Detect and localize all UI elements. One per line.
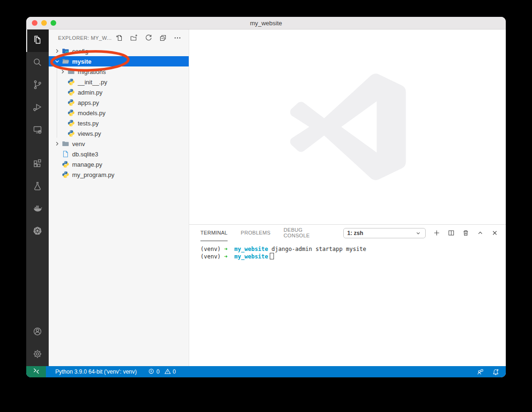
docker-icon [32,203,43,216]
tree-item-label: views.py [78,130,101,137]
close-panel-icon[interactable] [491,229,498,236]
terminal-cursor [270,253,274,259]
split-terminal-icon[interactable] [448,229,455,236]
notifications-bell-icon[interactable] [492,368,499,375]
tree-item-my-program-py[interactable]: my_program.py [49,169,189,180]
refresh-icon[interactable] [145,34,152,42]
tab-problems[interactable]: PROBLEMS [241,225,271,241]
tree-item-label: my_program.py [72,171,114,178]
tree-item-views-py[interactable]: views.py [49,128,189,139]
indent-guide [57,67,57,138]
vscode-logo-watermark [289,68,406,185]
activity-bar [26,29,49,366]
tree-item-label: config [72,48,89,55]
status-bar: Python 3.9.0 64-bit ('venv': venv) 0 0 [26,366,506,377]
close-window-button[interactable] [32,20,37,26]
search-icon [32,57,43,70]
explorer-actions [116,34,181,42]
files-icon [32,34,43,47]
remote-indicator[interactable] [26,366,46,377]
twisty-spacer [53,150,61,158]
tree-item-migrations[interactable]: migrations [49,66,189,77]
problems-status[interactable]: 0 0 [148,368,176,376]
window-titlebar[interactable]: my_website [26,17,506,29]
folder-config-icon [62,47,69,55]
tree-item-apps-py[interactable]: apps.py [49,97,189,108]
tab-terminal[interactable]: TERMINAL [200,225,228,241]
activitybar-remote-explorer[interactable] [26,119,49,142]
tree-item-mysite[interactable]: mysite [49,56,189,66]
twisty-spacer [59,78,66,86]
tree-item-models-py[interactable]: models.py [49,108,189,118]
tree-item-config[interactable]: config [49,46,189,56]
twisty-spacer [53,161,61,168]
tree-item-admin-py[interactable]: admin.py [49,87,189,97]
editor-area[interactable] [189,29,506,224]
tree-item-init-py[interactable]: __init__.py [49,77,189,87]
tree-item-manage-py[interactable]: manage.py [49,159,189,169]
python-icon [67,78,75,86]
remote-icon [33,368,40,376]
desktop-background: my_website [0,0,532,412]
vscode-window: my_website [26,17,506,377]
python-icon [67,99,75,106]
new-file-icon[interactable] [116,34,123,42]
terminal-shell-select[interactable]: 1: zsh [343,228,426,238]
traffic-lights [32,17,56,29]
activitybar-run-debug[interactable] [26,97,49,119]
new-folder-icon[interactable] [130,34,138,42]
twisty-spacer [59,99,66,106]
chevron-down-icon [53,58,61,65]
minimize-window-button[interactable] [41,20,47,26]
tree-item-label: __init__.py [78,79,107,86]
zoom-window-button[interactable] [51,20,56,26]
python-icon [67,130,75,137]
tree-item-label: tests.py [78,120,99,127]
debug-icon [32,102,43,115]
feedback-icon[interactable] [477,368,484,375]
chevron-right-icon [59,68,66,75]
new-terminal-icon[interactable] [433,229,440,236]
tree-item-label: apps.py [78,99,99,106]
more-actions-icon[interactable] [174,34,181,42]
terminal-line: (venv) ➜ my_website django-admin startap… [200,246,506,253]
explorer-title: EXPLORER: MY_W... [58,35,111,41]
activitybar-testing[interactable] [26,176,49,198]
terminal-panel: TERMINAL PROBLEMS DEBUG CONSOLE 1: zsh [189,224,506,366]
extensions-icon [32,158,43,171]
activitybar-account[interactable] [26,321,49,344]
error-icon [148,368,155,376]
tree-item-label: manage.py [72,161,102,168]
terminal-output[interactable]: (venv) ➜ my_website django-admin startap… [189,241,506,366]
activitybar-docker[interactable] [26,198,49,221]
collapse-folders-icon[interactable] [159,34,167,42]
source-control-icon [32,79,43,92]
activitybar-kubernetes[interactable] [26,221,49,243]
kubernetes-icon [32,225,43,238]
folder-icon [67,68,75,75]
warning-count: 0 [173,368,176,375]
maximize-panel-icon[interactable] [477,229,484,236]
chevron-right-icon [53,140,61,147]
tree-item-tests-py[interactable]: tests.py [49,118,189,128]
chevron-right-icon [53,47,61,55]
twisty-spacer [59,119,66,127]
activitybar-explorer[interactable] [26,29,49,52]
twisty-spacer [59,109,66,117]
activitybar-search[interactable] [26,52,49,74]
activitybar-source-control[interactable] [26,74,49,97]
tree-item-db-sqlite3[interactable]: db.sqlite3 [49,149,189,159]
tree-item-label: migrations [78,68,106,75]
tree-item-venv[interactable]: venv [49,139,189,149]
python-interpreter-status[interactable]: Python 3.9.0 64-bit ('venv': venv) [55,368,137,375]
beaker-icon [32,180,43,193]
tree-item-label: models.py [78,110,105,117]
activitybar-extensions[interactable] [26,153,49,176]
panel-header: TERMINAL PROBLEMS DEBUG CONSOLE 1: zsh [189,225,506,241]
python-icon [67,119,75,127]
warning-icon [164,368,171,376]
kill-terminal-icon[interactable] [462,229,469,236]
activitybar-settings[interactable] [26,344,49,366]
tab-debug-console[interactable]: DEBUG CONSOLE [284,225,330,241]
twisty-spacer [59,130,66,137]
